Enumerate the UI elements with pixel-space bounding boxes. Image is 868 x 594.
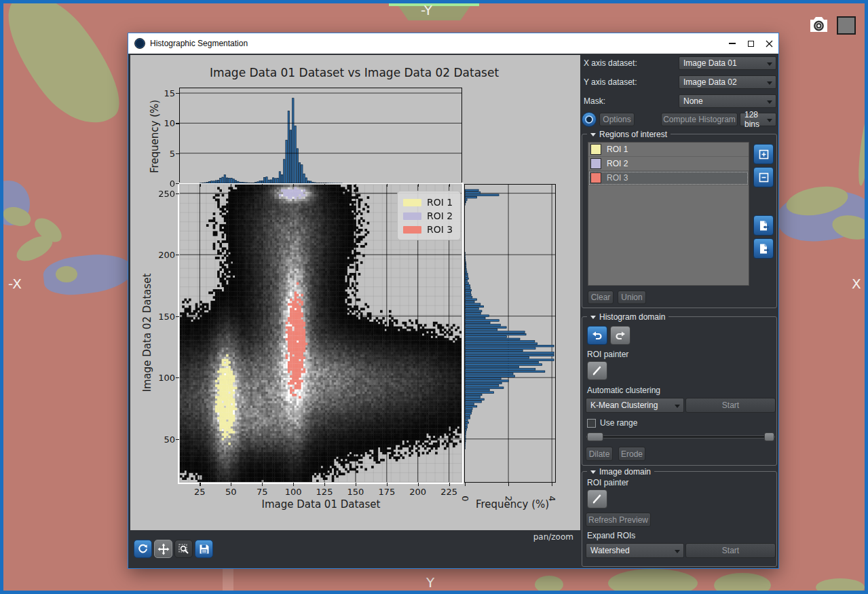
tick-label: 50 — [225, 487, 237, 497]
app-icon — [134, 38, 145, 49]
zoom-rect-icon — [178, 543, 190, 555]
maximize-icon — [748, 41, 754, 47]
range-slider[interactable] — [586, 435, 775, 439]
roi-group-title[interactable]: Regions of interest — [587, 130, 671, 139]
union-roi-button[interactable]: Union — [618, 291, 646, 304]
axis-label-x: X — [852, 276, 861, 292]
undo-button[interactable] — [587, 326, 607, 345]
image-roi-painter-button[interactable] — [587, 489, 607, 508]
axis-label-minus-y: -Y — [421, 2, 432, 18]
tick-mark — [418, 184, 419, 187]
triangle-down-icon — [590, 133, 596, 136]
expand-method-combobox[interactable]: Watershed — [586, 543, 684, 558]
window-titlebar[interactable]: Histographic Segmentation — [128, 33, 778, 54]
save-button[interactable] — [195, 540, 213, 558]
expand-start-button[interactable]: Start — [685, 543, 776, 558]
roi-color-swatch[interactable] — [590, 144, 601, 155]
roi-color-swatch[interactable] — [590, 172, 601, 183]
bins-value: 128 bins — [744, 110, 763, 129]
tick-label: 225 — [440, 487, 457, 497]
image-domain-title[interactable]: Image domain — [587, 467, 654, 477]
tick-mark — [176, 183, 179, 184]
import-roi-button[interactable] — [753, 215, 774, 236]
gray-square-button[interactable] — [837, 16, 856, 35]
plot-figure[interactable]: Image Data 01 Dataset vs Image Data 02 D… — [130, 55, 580, 530]
export-roi-button[interactable] — [753, 238, 774, 259]
add-roi-button[interactable] — [753, 144, 774, 164]
bins-combobox[interactable]: 128 bins — [740, 113, 776, 126]
tick-mark — [324, 184, 325, 187]
range-slider-handle-low[interactable] — [587, 432, 603, 441]
redo-button[interactable] — [610, 326, 630, 345]
plot-title: Image Data 01 Dataset vs Image Data 02 D… — [210, 66, 499, 79]
dataset-row-label: Y axis dataset: — [584, 77, 637, 87]
dataset-combobox[interactable]: Image Data 02 — [679, 75, 776, 89]
dataset-combobox-value: Image Data 01 — [683, 58, 737, 68]
chevron-down-icon — [675, 405, 680, 408]
tick-mark — [231, 184, 231, 187]
tick-mark — [176, 123, 179, 124]
background-blob — [0, 0, 138, 141]
dataset-combobox-value: None — [683, 96, 703, 106]
zoom-rect-button[interactable] — [174, 540, 193, 558]
close-icon — [766, 40, 773, 48]
refresh-preview-button[interactable]: Refresh Preview — [586, 513, 651, 527]
toolbar-mode-label: pan/zoom — [533, 532, 573, 542]
close-button[interactable] — [758, 33, 780, 54]
roi-list-item[interactable]: ROI 3 — [588, 171, 749, 185]
chevron-down-icon — [767, 119, 772, 122]
roi-list[interactable]: ROI 1ROI 2ROI 3 — [588, 142, 749, 286]
chevron-down-icon — [675, 550, 680, 553]
tick-mark — [200, 483, 200, 486]
tick-mark — [552, 483, 552, 486]
tick-label: 25 — [194, 487, 206, 497]
range-slider-handle-high[interactable] — [764, 432, 774, 441]
roi-list-item[interactable]: ROI 2 — [588, 157, 749, 171]
dilate-button[interactable]: Dilate — [586, 447, 613, 461]
legend-label: ROI 2 — [427, 210, 453, 221]
dataset-combobox[interactable]: Image Data 01 — [679, 56, 776, 70]
compute-histogram-button[interactable]: Compute Histogram — [661, 113, 738, 126]
legend-entry: ROI 2 — [403, 209, 455, 223]
legend-label: ROI 1 — [427, 197, 453, 208]
tick-mark — [176, 316, 179, 317]
tick-label: 100 — [158, 373, 175, 383]
reset-view-button[interactable] — [134, 540, 152, 558]
clustering-combobox[interactable]: K-Mean Clustering — [586, 398, 684, 413]
tick-mark — [418, 483, 419, 486]
background-streak — [223, 568, 233, 594]
image-roi-painter-label: ROI painter — [587, 478, 628, 487]
tick-mark — [176, 193, 179, 194]
roi-list-item[interactable]: ROI 1 — [588, 143, 749, 157]
right-marginal-histogram-canvas[interactable] — [465, 185, 555, 482]
background-blob — [535, 576, 563, 593]
top-marginal-histogram-canvas[interactable] — [180, 88, 461, 183]
options-button[interactable]: Options — [599, 113, 635, 126]
histogram-domain-title[interactable]: Histogram domain — [587, 312, 668, 322]
pan-button[interactable] — [154, 540, 172, 558]
tick-mark — [200, 184, 200, 187]
tick-mark — [387, 483, 388, 486]
remove-roi-button[interactable] — [753, 167, 774, 187]
legend-swatch — [403, 212, 421, 220]
use-range-checkbox[interactable] — [587, 419, 596, 428]
camera-icon[interactable] — [805, 14, 832, 37]
undo-icon — [592, 330, 603, 341]
erode-button[interactable]: Erode — [618, 447, 645, 461]
dataset-combobox[interactable]: None — [679, 94, 776, 108]
tick-label: 200 — [409, 487, 426, 497]
tick-mark — [176, 255, 179, 255]
tick-mark — [293, 483, 294, 486]
tick-label: 75 — [257, 487, 268, 497]
hist-roi-painter-button[interactable] — [587, 361, 607, 380]
chevron-down-icon — [767, 100, 772, 104]
tick-label: 0 — [460, 496, 470, 501]
lut-button[interactable] — [582, 112, 597, 127]
clustering-start-button[interactable]: Start — [685, 398, 776, 413]
background-blob — [608, 569, 698, 594]
use-range-label: Use range — [600, 418, 637, 428]
histogram-domain-group: Histogram domain ROI painter Automatic c… — [582, 316, 777, 466]
roi-color-swatch[interactable] — [590, 158, 601, 169]
tick-mark — [262, 184, 263, 187]
clear-roi-button[interactable]: Clear — [588, 291, 614, 304]
